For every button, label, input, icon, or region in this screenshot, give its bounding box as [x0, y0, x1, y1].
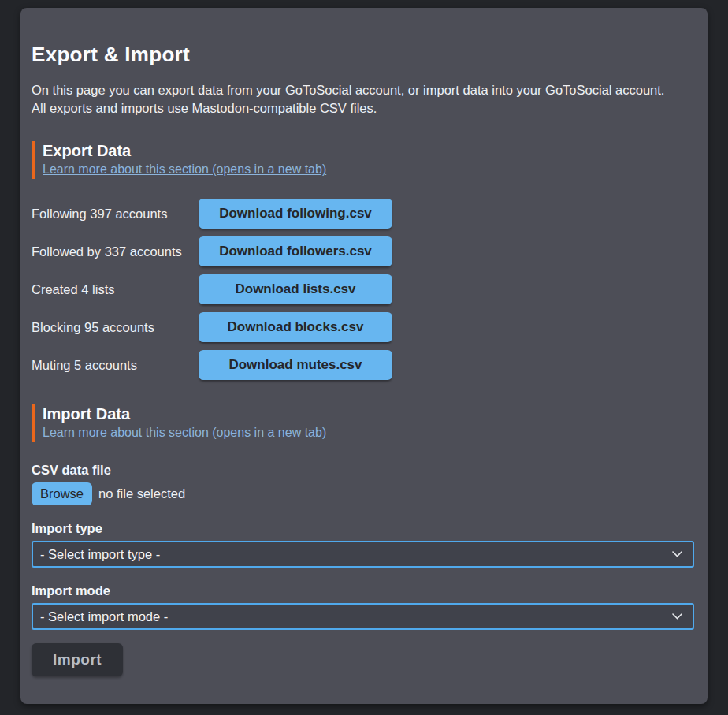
export-row-label: Muting 5 accounts	[32, 358, 199, 373]
import-submit-button[interactable]: Import	[32, 643, 123, 676]
page-description-line1: On this page you can export data from yo…	[32, 83, 664, 97]
export-learn-more-link[interactable]: Learn more about this section (opens in …	[43, 162, 326, 177]
import-mode-label: Import mode	[32, 583, 694, 598]
export-data-section: Export Data Learn more about this sectio…	[32, 141, 694, 380]
import-section-title: Import Data	[43, 405, 694, 423]
export-row-label: Followed by 337 accounts	[32, 244, 199, 259]
import-data-section: Import Data Learn more about this sectio…	[32, 404, 694, 676]
import-type-selected-value: - Select import type -	[40, 547, 160, 562]
import-type-select[interactable]: - Select import type -	[32, 541, 694, 568]
export-row-lists: Created 4 lists Download lists.csv	[32, 274, 694, 304]
export-row-label: Following 397 accounts	[32, 207, 199, 222]
chevron-down-icon	[672, 613, 682, 620]
export-row-mutes: Muting 5 accounts Download mutes.csv	[32, 350, 694, 380]
page-description-line2: All exports and imports use Mastodon-com…	[32, 101, 377, 115]
export-row-label: Blocking 95 accounts	[32, 320, 199, 335]
export-row-label: Created 4 lists	[32, 282, 199, 297]
export-section-header: Export Data Learn more about this sectio…	[32, 141, 694, 179]
import-section-header: Import Data Learn more about this sectio…	[32, 404, 694, 442]
import-mode-select[interactable]: - Select import mode -	[32, 603, 694, 630]
export-import-page: Export & Import On this page you can exp…	[20, 8, 708, 704]
chevron-down-icon	[672, 551, 682, 557]
download-followers-button[interactable]: Download followers.csv	[199, 236, 392, 266]
download-following-button[interactable]: Download following.csv	[199, 199, 392, 229]
export-section-title: Export Data	[43, 142, 694, 160]
export-row-followers: Followed by 337 accounts Download follow…	[32, 236, 694, 266]
download-blocks-button[interactable]: Download blocks.csv	[199, 312, 392, 342]
browse-button[interactable]: Browse	[32, 482, 92, 505]
export-row-blocks: Blocking 95 accounts Download blocks.csv	[32, 312, 694, 342]
export-rows: Following 397 accounts Download followin…	[32, 199, 694, 380]
export-row-following: Following 397 accounts Download followin…	[32, 199, 694, 229]
csv-file-field: CSV data file Browse no file selected	[32, 463, 694, 505]
download-mutes-button[interactable]: Download mutes.csv	[199, 350, 392, 380]
csv-file-label: CSV data file	[32, 463, 694, 478]
import-learn-more-link[interactable]: Learn more about this section (opens in …	[43, 426, 326, 440]
page-title: Export & Import	[32, 43, 694, 67]
import-mode-selected-value: - Select import mode -	[40, 609, 168, 624]
download-lists-button[interactable]: Download lists.csv	[199, 274, 392, 304]
page-description: On this page you can export data from yo…	[32, 81, 694, 117]
file-status-text: no file selected	[98, 486, 185, 501]
import-mode-field: Import mode - Select import mode -	[32, 583, 694, 630]
import-type-field: Import type - Select import type -	[32, 521, 694, 568]
import-type-label: Import type	[32, 521, 694, 536]
csv-file-input[interactable]: Browse no file selected	[32, 482, 694, 505]
